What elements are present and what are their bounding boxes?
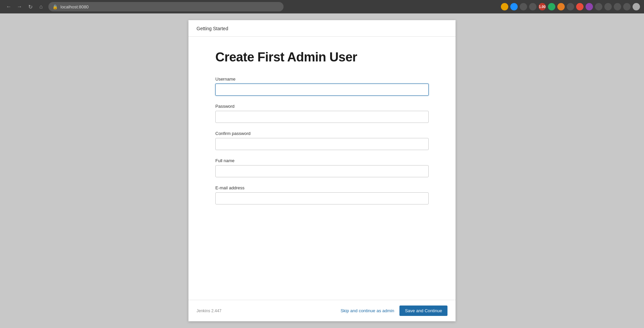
dialog-footer: Jenkins 2.447 Skip and continue as admin… <box>188 300 456 321</box>
extension-icon-1[interactable] <box>501 3 508 10</box>
lock-icon: 🔒 <box>52 4 58 9</box>
version-text: Jenkins 2.447 <box>197 309 221 313</box>
full-name-group: Full name <box>215 158 429 177</box>
back-button[interactable]: ← <box>4 2 13 11</box>
email-label: E-mail address <box>215 185 429 190</box>
username-label: Username <box>215 77 429 82</box>
extension-icon-14[interactable] <box>623 3 631 10</box>
url-text: localhost:8080 <box>60 4 89 9</box>
extension-icon-4[interactable] <box>529 3 536 10</box>
home-button[interactable]: ⌂ <box>36 2 46 11</box>
dialog-header: Getting Started <box>188 20 456 37</box>
browser-icons: 1.00 <box>501 3 640 10</box>
footer-actions: Skip and continue as admin Save and Cont… <box>341 306 447 316</box>
extension-icon-12[interactable] <box>604 3 612 10</box>
extension-icon-2[interactable] <box>510 3 518 10</box>
extension-icon-10[interactable] <box>586 3 593 10</box>
dialog-container: Getting Started Create First Admin User … <box>188 20 456 321</box>
full-name-input[interactable] <box>215 165 429 177</box>
dialog-body: Create First Admin User Username Passwor… <box>188 37 456 300</box>
extension-icon-3[interactable] <box>520 3 527 10</box>
address-bar[interactable]: 🔒 localhost:8080 <box>48 2 284 11</box>
extension-icon-7[interactable] <box>557 3 565 10</box>
username-group: Username <box>215 77 429 96</box>
password-input[interactable] <box>215 111 429 123</box>
password-group: Password <box>215 104 429 123</box>
confirm-password-label: Confirm password <box>215 131 429 136</box>
username-input[interactable] <box>215 84 429 96</box>
save-continue-button[interactable]: Save and Continue <box>399 306 447 316</box>
extension-icon-11[interactable] <box>595 3 602 10</box>
dialog-header-title: Getting Started <box>197 26 228 31</box>
email-group: E-mail address <box>215 185 429 204</box>
extension-icon-13[interactable] <box>614 3 621 10</box>
user-avatar-icon[interactable] <box>633 3 640 10</box>
password-label: Password <box>215 104 429 109</box>
form-main-title: Create First Admin User <box>215 50 429 64</box>
extension-icon-5[interactable]: 1.00 <box>539 3 546 10</box>
extension-icon-8[interactable] <box>567 3 574 10</box>
confirm-password-group: Confirm password <box>215 131 429 150</box>
browser-chrome: ← → ↻ ⌂ 🔒 localhost:8080 1.00 <box>0 0 644 13</box>
confirm-password-input[interactable] <box>215 138 429 150</box>
reload-button[interactable]: ↻ <box>26 2 35 11</box>
extension-icon-6[interactable] <box>548 3 555 10</box>
page-background: Getting Started Create First Admin User … <box>0 13 644 328</box>
full-name-label: Full name <box>215 158 429 163</box>
extension-icon-9[interactable] <box>576 3 584 10</box>
skip-button[interactable]: Skip and continue as admin <box>341 308 394 313</box>
forward-button[interactable]: → <box>15 2 24 11</box>
nav-buttons: ← → ↻ ⌂ <box>4 2 46 11</box>
email-input[interactable] <box>215 192 429 204</box>
